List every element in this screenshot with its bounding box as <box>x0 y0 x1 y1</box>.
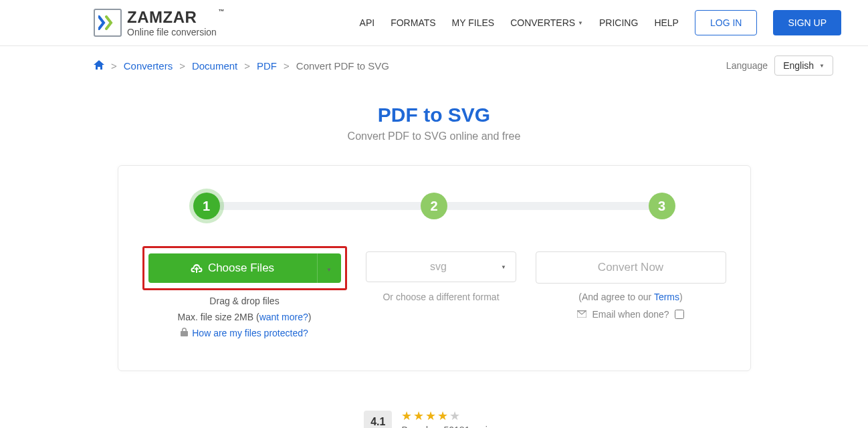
choose-files-dropdown[interactable]: ▼ <box>317 253 341 283</box>
language-label: Language <box>726 60 768 71</box>
email-when-done-row: Email when done? <box>536 309 726 320</box>
page-subtitle: Convert PDF to SVG online and free <box>0 130 868 142</box>
protection-hint: How are my files protected? <box>142 328 347 338</box>
controls-row: Choose Files ▼ Drag & drop files Max. fi… <box>142 246 726 338</box>
email-when-done-checkbox[interactable] <box>675 310 684 319</box>
steps-bar: 1 2 3 <box>142 193 726 219</box>
breadcrumb-document[interactable]: Document <box>192 60 237 72</box>
logo-tagline: Online file conversion <box>127 27 217 37</box>
signup-button[interactable]: SIGN UP <box>773 10 841 35</box>
step-3-indicator: 3 <box>649 193 675 219</box>
different-format-hint: Or choose a different format <box>360 292 522 302</box>
rating-sub: Based on 50181 reviews <box>401 425 504 428</box>
drag-drop-hint: Drag & drop files <box>142 296 347 306</box>
breadcrumb-converters[interactable]: Converters <box>124 60 173 72</box>
max-size-hint: Max. file size 2MB (want more?) <box>142 312 347 322</box>
nav-converters[interactable]: CONVERTERS ▼ <box>510 17 583 28</box>
rating-stars: ★★★★★ <box>401 409 504 423</box>
arrows-icon <box>98 15 117 30</box>
highlight-box: Choose Files ▼ <box>142 246 347 290</box>
logo-icon <box>94 9 122 37</box>
language-area: Language English ▼ <box>726 56 833 76</box>
rating-score: 4.1 <box>364 411 392 428</box>
login-button[interactable]: LOG IN <box>695 10 757 35</box>
sub-header-row: > Converters > Document > PDF > Convert … <box>0 46 868 85</box>
converter-card: 1 2 3 Choose Files ▼ Drag & drop files M… <box>118 165 751 371</box>
nav-api[interactable]: API <box>360 17 375 28</box>
upload-cloud-icon <box>191 263 203 274</box>
home-icon[interactable] <box>94 60 104 72</box>
language-select[interactable]: English ▼ <box>774 56 833 76</box>
breadcrumb-sep: > <box>244 60 250 72</box>
rating-area: 4.1 ★★★★★ Based on 50181 reviews <box>0 409 868 428</box>
logo-tm: ™ <box>218 8 225 15</box>
nav-help[interactable]: HELP <box>654 17 679 28</box>
breadcrumb-sep: > <box>179 60 185 72</box>
breadcrumb-sep: > <box>284 60 290 72</box>
envelope-icon <box>577 309 586 320</box>
step-1-indicator: 1 <box>193 193 220 219</box>
files-protected-link[interactable]: How are my files protected? <box>192 328 308 338</box>
step-3-column: Convert Now (And agree to our Terms) Ema… <box>536 246 726 338</box>
format-select[interactable]: svg ▼ <box>366 251 516 282</box>
chevron-down-icon: ▼ <box>819 63 825 69</box>
nav-my-files[interactable]: MY FILES <box>452 17 495 28</box>
step-2-indicator: 2 <box>421 193 447 219</box>
chevron-down-icon: ▼ <box>578 20 583 26</box>
chevron-down-icon: ▼ <box>501 264 506 270</box>
chevron-down-icon: ▼ <box>326 267 332 273</box>
breadcrumb: > Converters > Document > PDF > Convert … <box>94 60 389 72</box>
format-selected: svg <box>430 261 447 273</box>
choose-files-button[interactable]: Choose Files <box>148 253 317 283</box>
step-1-column: Choose Files ▼ Drag & drop files Max. fi… <box>142 246 347 338</box>
breadcrumb-sep: > <box>111 60 117 72</box>
email-when-done-label: Email when done? <box>592 309 669 320</box>
title-area: PDF to SVG Convert PDF to SVG online and… <box>0 104 868 142</box>
terms-row: (And agree to our Terms) <box>536 292 726 302</box>
logo[interactable]: ZAMZAR™ Online file conversion <box>94 8 217 37</box>
want-more-link[interactable]: want more? <box>259 312 308 322</box>
convert-now-button[interactable]: Convert Now <box>536 251 726 284</box>
choose-files-label: Choose Files <box>208 261 274 275</box>
main-nav: API FORMATS MY FILES CONVERTERS ▼ PRICIN… <box>360 10 841 35</box>
breadcrumb-pdf[interactable]: PDF <box>257 60 277 72</box>
nav-formats[interactable]: FORMATS <box>391 17 435 28</box>
page-title: PDF to SVG <box>0 104 868 126</box>
language-selected: English <box>783 60 814 71</box>
site-header: ZAMZAR™ Online file conversion API FORMA… <box>0 0 868 46</box>
breadcrumb-current: Convert PDF to SVG <box>296 60 389 72</box>
step-2-column: svg ▼ Or choose a different format <box>360 246 522 338</box>
terms-link[interactable]: Terms <box>654 292 679 302</box>
nav-pricing[interactable]: PRICING <box>599 17 638 28</box>
lock-icon <box>181 328 188 338</box>
logo-name: ZAMZAR <box>127 8 197 26</box>
